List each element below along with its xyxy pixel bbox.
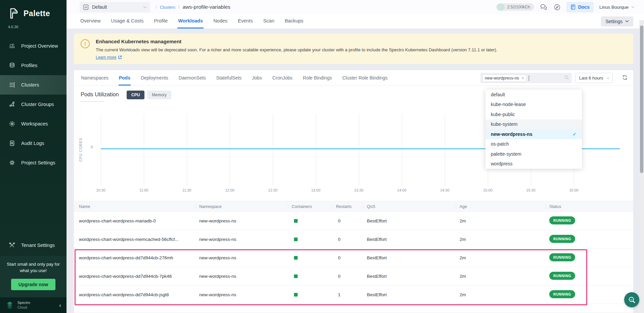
dropdown-option-kube-node-lease[interactable]: kube-node-lease [485,100,582,110]
scrollbar-thumb[interactable] [640,25,643,173]
upgrade-promo: Start small and only pay for what you us… [0,256,67,297]
subtab-jobs[interactable]: Jobs [252,70,262,86]
sidebar-item-project-overview[interactable]: Project Overview [0,36,67,56]
pod-age: 2m [460,218,466,223]
col-name: Name [79,204,90,209]
pod-namespace: new-wordpress-ns [199,274,236,279]
col-qos: QoS [367,204,375,209]
main-area: Default / Clusters / aws-profile-variabl… [67,0,644,313]
table-row[interactable]: wordpress-chart-wordpress-mariadb-0 new-… [74,212,633,230]
brand-line1: Spectro [17,301,30,305]
usage-progress-segment [497,3,505,11]
brand-bar: Spectro Cloud ‹ [0,297,67,313]
workload-subtabs: Namespaces Pods Deployments DaemonSets S… [74,70,633,86]
refresh-icon[interactable] [622,74,628,82]
table-row[interactable]: wordpress-chart-wordpress-dd7d944cb-276m… [74,249,633,267]
audit-logs-icon [9,140,15,147]
tab-workloads[interactable]: Workloads [177,14,204,29]
top-right-controls: 2.52/100kCh Docs Linus Bourque [497,2,644,12]
book-icon [570,4,576,10]
settings-button[interactable]: Settings [601,16,633,27]
container-status-square [294,274,298,278]
sidebar-item-tenant-settings[interactable]: Tenant Settings [0,237,67,254]
status-badge: RUNNING [549,235,575,243]
pod-age: 2m [460,237,466,242]
subtab-pods[interactable]: Pods [119,70,131,86]
chevron-down-icon [625,20,629,22]
palette-logo-icon [7,7,20,20]
dropdown-option-palette-system[interactable]: palette-system [485,149,582,159]
dropdown-option-kube-public[interactable]: kube-public [485,109,582,119]
content-area: ! Enhanced Kubernetes management The cur… [67,29,644,313]
x-tick: 12:00 [225,188,234,192]
subtab-daemonsets[interactable]: DaemonSets [178,70,206,86]
feedback-chat-icon[interactable] [540,4,548,10]
table-row[interactable]: wordpress-chart-wordpress-dd7d944cb-7pk4… [74,267,633,285]
dropdown-option-wordpress[interactable]: wordpress [485,159,582,169]
sidebar-item-workspaces[interactable]: Workspaces [0,114,67,134]
sidebar-item-label: Workspaces [21,121,48,126]
time-range-select[interactable]: Last 6 hours [575,73,613,83]
tab-nodes[interactable]: Nodes [213,14,228,29]
subtab-deployments[interactable]: Deployments [140,70,169,86]
clusters-icon [9,82,15,88]
sidebar-item-profiles[interactable]: Profiles [0,56,67,75]
support-chat-button[interactable] [624,292,639,307]
help-compass-icon[interactable] [554,4,561,11]
cpu-toggle-button[interactable]: CPU [127,91,144,99]
x-tick: 15:00 [483,188,492,192]
breadcrumb: / Clusters / aws-profile-variables [156,4,230,10]
namespace-tag[interactable]: new-wordpress-ns × [482,74,527,82]
table-row[interactable]: wordpress-chart-wordpress-dd7d944cb-jsgt… [74,285,633,304]
tab-profile[interactable]: Profile [153,14,168,29]
container-status-square [294,293,298,297]
scrollbar[interactable] [639,20,644,313]
breadcrumb-clusters-link[interactable]: Clusters [160,5,175,10]
upgrade-now-button[interactable]: Upgrade now [11,279,56,290]
pod-restarts: 0 [338,237,341,242]
brand-line2: Cloud [17,305,30,310]
workloads-card: Namespaces Pods Deployments DaemonSets S… [74,70,633,313]
sidebar-item-project-settings[interactable]: Project Settings [0,153,67,172]
banner-body: The current Workloads view will be depre… [96,47,497,52]
tab-usage-costs[interactable]: Usage & Costs [110,14,144,29]
subtab-namespaces[interactable]: Namespaces [81,70,109,86]
user-menu[interactable]: Linus Bourque [599,5,635,10]
memory-toggle-button[interactable]: Memory [147,91,171,99]
dropdown-option-os-patch[interactable]: os-patch [485,139,582,149]
status-badge: RUNNING [549,253,575,261]
learn-more-link[interactable]: Learn more [96,55,122,60]
pod-age: 2m [460,292,466,297]
pod-qos: BestEffort [367,218,387,223]
docs-button[interactable]: Docs [566,2,594,12]
status-badge: RUNNING [549,216,575,224]
tenant-settings-label: Tenant Settings [21,243,55,248]
table-row[interactable]: wordpress-chart-wordpress-memcached-56cf… [74,230,633,249]
dropdown-option-new-wordpress-ns[interactable]: new-wordpress-ns ✓ [485,129,582,139]
collapse-sidebar-button[interactable]: ‹ [59,302,61,308]
tab-overview[interactable]: Overview [80,14,101,29]
learn-more-label: Learn more [96,55,116,60]
subtab-cronjobs[interactable]: CronJobs [272,70,293,86]
y-axis-label: CPU CORES [79,114,83,186]
status-badge: RUNNING [549,290,575,298]
pod-qos: BestEffort [367,292,387,297]
subtab-cluster-role-bindings[interactable]: Cluster Role Bindings [342,70,388,86]
dropdown-option-default[interactable]: default [485,90,582,100]
sidebar-item-clusters[interactable]: Clusters [0,75,67,95]
container-status-square [294,256,298,260]
subtab-role-bindings[interactable]: Role Bindings [303,70,332,86]
x-tick: 14:30 [440,188,449,192]
sidebar-item-cluster-groups[interactable]: Cluster Groups [0,95,67,114]
project-selector[interactable]: Default [80,2,150,12]
dropdown-option-kube-system[interactable]: kube-system [485,119,582,129]
sidebar-item-audit-logs[interactable]: Audit Logs [0,134,67,153]
x-tick: 16:00 [569,188,578,192]
tab-events[interactable]: Events [237,14,253,29]
chart-title: Pods Utilization [81,91,119,102]
tab-backups[interactable]: Backups [284,14,304,29]
namespace-filter-input[interactable]: new-wordpress-ns × [480,73,572,83]
remove-tag-icon[interactable]: × [521,76,524,80]
tab-scan[interactable]: Scan [262,14,275,29]
subtab-statefulsets[interactable]: StatefulSets [216,70,242,86]
